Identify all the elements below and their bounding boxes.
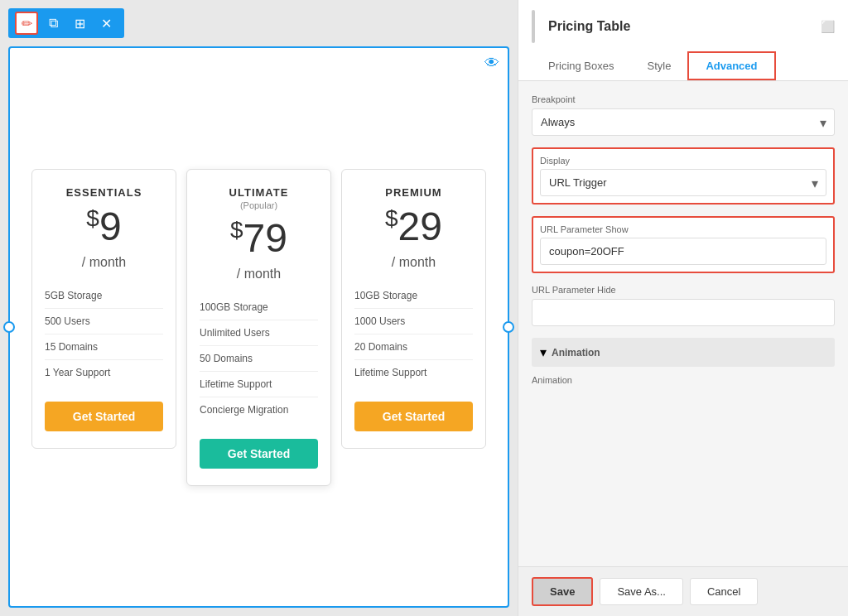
plan-name-premium: PREMIUM xyxy=(354,186,473,199)
feature-item: 1 Year Support xyxy=(45,360,163,385)
plan-subtitle-ultimate: (Popular) xyxy=(200,200,318,210)
close-button[interactable]: ✕ xyxy=(94,12,118,35)
features-ultimate: 100GB Storage Unlimited Users 50 Domains… xyxy=(200,295,318,422)
feature-item: Unlimited Users xyxy=(200,320,318,346)
price-ultimate: $79 xyxy=(200,219,318,258)
animation-section-label: Animation xyxy=(552,347,600,359)
feature-item: 10GB Storage xyxy=(354,283,473,309)
url-param-show-group: URL Parameter Show xyxy=(532,216,835,273)
edit-button[interactable]: ✏ xyxy=(15,12,38,35)
animation-group: Animation xyxy=(532,375,835,385)
chevron-down-icon: ▾ xyxy=(540,344,547,360)
features-essentials: 5GB Storage 500 Users 15 Domains 1 Year … xyxy=(45,283,163,385)
feature-item: 5GB Storage xyxy=(45,283,163,309)
feature-item: Lifetime Support xyxy=(200,372,318,397)
pricing-card-essentials: ESSENTIALS $9 / month 5GB Storage 500 Us… xyxy=(31,169,176,449)
save-as-button[interactable]: Save As... xyxy=(600,578,683,605)
feature-item: 100GB Storage xyxy=(200,295,318,320)
get-started-ultimate[interactable]: Get Started xyxy=(200,439,318,469)
feature-item: Concierge Migration xyxy=(200,397,318,422)
period-premium: / month xyxy=(354,255,473,270)
display-select-wrapper: URL Trigger xyxy=(540,169,826,196)
period-essentials: / month xyxy=(45,255,163,270)
settings-content: Breakpoint Always Display URL Trigger UR… xyxy=(518,81,848,566)
url-param-hide-group: URL Parameter Hide xyxy=(532,285,835,326)
visibility-icon[interactable]: 👁 xyxy=(484,55,499,72)
pricing-cards: ESSENTIALS $9 / month 5GB Storage 500 Us… xyxy=(18,169,499,486)
settings-footer: Save Save As... Cancel xyxy=(518,566,848,616)
feature-item: Lifetime Support xyxy=(354,360,473,385)
animation-section-header[interactable]: ▾ Animation xyxy=(532,338,835,367)
breakpoint-select-wrapper: Always xyxy=(532,108,835,136)
maximize-icon[interactable]: ⬜ xyxy=(821,20,835,33)
price-essentials: $9 xyxy=(45,207,163,247)
settings-title: Pricing Table xyxy=(548,19,630,34)
features-premium: 10GB Storage 1000 Users 20 Domains Lifet… xyxy=(354,283,473,385)
plan-name-essentials: ESSENTIALS xyxy=(45,186,163,199)
price-premium: $29 xyxy=(354,207,473,247)
grid-button[interactable]: ⊞ xyxy=(68,12,91,35)
pricing-card-premium: PREMIUM $29 / month 10GB Storage 1000 Us… xyxy=(341,169,486,449)
duplicate-button[interactable]: ⧉ xyxy=(41,12,65,35)
tab-advanced[interactable]: Advanced xyxy=(687,51,775,80)
url-param-hide-label: URL Parameter Hide xyxy=(532,285,835,295)
pricing-card-ultimate: ULTIMATE (Popular) $79 / month 100GB Sto… xyxy=(186,169,331,486)
breakpoint-label: Breakpoint xyxy=(532,94,835,104)
period-ultimate: / month xyxy=(200,267,318,282)
toolbar: ✏ ⧉ ⊞ ✕ xyxy=(8,8,124,38)
get-started-essentials[interactable]: Get Started xyxy=(45,402,163,431)
left-panel: ✏ ⧉ ⊞ ✕ 👁 ESSENTIALS $9 / month 5GB Stor… xyxy=(0,0,518,616)
settings-tabs: Pricing Boxes Style Advanced xyxy=(532,51,835,80)
url-param-show-label: URL Parameter Show xyxy=(540,224,826,234)
tab-style[interactable]: Style xyxy=(630,51,687,80)
plan-name-ultimate: ULTIMATE xyxy=(200,186,318,199)
tab-pricing-boxes[interactable]: Pricing Boxes xyxy=(532,51,630,80)
display-label: Display xyxy=(540,156,826,166)
breakpoint-select[interactable]: Always xyxy=(532,108,835,136)
settings-header: Pricing Table ⬜ Pricing Boxes Style Adva… xyxy=(518,0,848,81)
animation-label: Animation xyxy=(532,375,835,385)
right-handle[interactable] xyxy=(503,321,514,333)
feature-item: 500 Users xyxy=(45,309,163,334)
feature-item: 20 Domains xyxy=(354,334,473,360)
save-button[interactable]: Save xyxy=(532,577,593,606)
feature-item: 1000 Users xyxy=(354,309,473,334)
breakpoint-group: Breakpoint Always xyxy=(532,94,835,136)
feature-item: 15 Domains xyxy=(45,334,163,360)
display-select[interactable]: URL Trigger xyxy=(540,169,826,196)
left-handle[interactable] xyxy=(3,321,15,333)
feature-item: 50 Domains xyxy=(200,346,318,372)
get-started-premium[interactable]: Get Started xyxy=(354,402,473,431)
right-panel: Pricing Table ⬜ Pricing Boxes Style Adva… xyxy=(518,0,848,616)
pricing-area: 👁 ESSENTIALS $9 / month 5GB Storage 500 … xyxy=(8,46,509,608)
drag-handle[interactable] xyxy=(532,10,535,43)
display-group: Display URL Trigger xyxy=(532,147,835,205)
settings-title-row: Pricing Table ⬜ xyxy=(532,10,835,43)
url-param-show-input[interactable] xyxy=(540,238,826,265)
url-param-hide-input[interactable] xyxy=(532,299,835,326)
cancel-button[interactable]: Cancel xyxy=(690,578,758,605)
